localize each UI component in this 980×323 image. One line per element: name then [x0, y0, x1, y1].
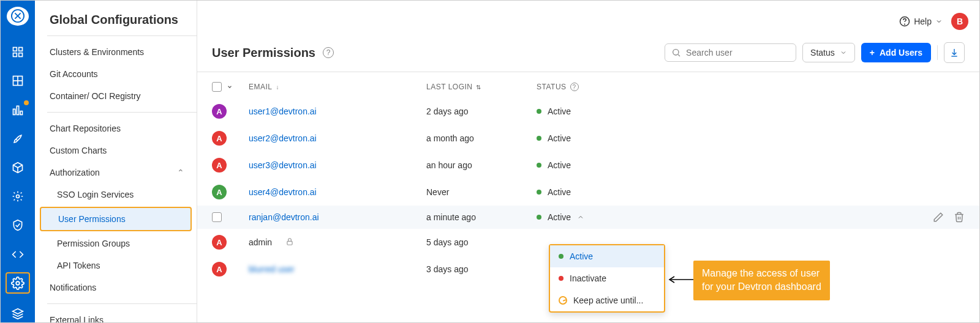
help-label: Help — [914, 17, 932, 26]
user-avatar-small: A — [212, 235, 227, 250]
search-input[interactable] — [665, 43, 796, 62]
user-avatar[interactable]: B — [951, 13, 968, 30]
sidebar-item-git[interactable]: Git Accounts — [35, 63, 197, 85]
sidebar-item-permission-groups[interactable]: Permission Groups — [35, 232, 197, 254]
column-email[interactable]: EMAIL↓ — [249, 83, 426, 91]
search-field[interactable] — [686, 48, 793, 58]
rail-settings-icon[interactable] — [8, 188, 28, 205]
sidebar: Global Configurations Clusters & Environ… — [35, 1, 197, 322]
svg-rect-17 — [287, 241, 292, 245]
chevron-down-icon — [840, 49, 847, 56]
user-avatar-small: A — [212, 262, 227, 277]
status-label: Active — [548, 212, 571, 222]
dropdown-item-active[interactable]: Active — [550, 245, 664, 267]
add-users-label: Add Users — [880, 48, 922, 58]
last-login-cell: a minute ago — [426, 212, 537, 222]
sidebar-item-chart-repos[interactable]: Chart Repositories — [35, 117, 197, 139]
last-login-cell: 5 days ago — [426, 237, 537, 247]
arrow-icon — [668, 276, 695, 283]
status-dropdown: Active Inactivate Keep active until... — [549, 244, 665, 313]
table-row[interactable]: Auser2@devtron.aia month agoActive — [197, 125, 979, 152]
svg-point-12 — [16, 281, 20, 285]
svg-rect-4 — [19, 53, 23, 57]
dropdown-item-inactivate[interactable]: Inactivate — [550, 267, 664, 289]
rail-apps-icon[interactable] — [8, 44, 28, 61]
status-dot-icon — [537, 190, 541, 195]
user-email-link[interactable]: user3@devtron.ai — [249, 160, 317, 170]
select-all-checkbox[interactable] — [212, 82, 222, 92]
rail-gear-icon[interactable] — [6, 272, 30, 294]
app-logo[interactable] — [7, 7, 29, 26]
row-checkbox[interactable] — [212, 212, 222, 222]
user-email-link[interactable]: ranjan@devtron.ai — [249, 212, 319, 222]
dropdown-item-keep-active[interactable]: Keep active until... — [550, 289, 664, 311]
user-email: admin — [249, 237, 272, 247]
user-email-link[interactable]: user4@devtron.ai — [249, 187, 317, 197]
sort-arrow-down-icon: ↓ — [276, 84, 280, 91]
status-cell[interactable]: Active — [537, 133, 696, 143]
divider — [937, 45, 938, 60]
icon-rail — [1, 1, 35, 322]
sidebar-item-clusters[interactable]: Clusters & Environments — [35, 41, 197, 63]
rail-code-icon[interactable] — [8, 246, 28, 262]
status-cell[interactable]: Active — [537, 106, 696, 116]
help-circle-icon — [899, 16, 910, 27]
sidebar-item-api-tokens[interactable]: API Tokens — [35, 254, 197, 277]
dropdown-label: Inactivate — [570, 273, 606, 283]
status-label: Active — [548, 187, 571, 197]
column-last-login[interactable]: LAST LOGIN⇅ — [426, 83, 537, 91]
plus-icon: + — [870, 48, 875, 58]
rail-cube-icon[interactable] — [8, 159, 28, 176]
last-login-cell: Never — [426, 187, 537, 197]
status-cell[interactable]: Active — [537, 212, 696, 222]
user-email-link[interactable]: user2@devtron.ai — [249, 133, 317, 143]
chevron-down-icon[interactable] — [227, 84, 233, 90]
rail-shield-icon[interactable] — [8, 217, 28, 234]
rail-layers-icon[interactable] — [8, 306, 28, 322]
sidebar-item-registry[interactable]: Container/ OCI Registry — [35, 85, 197, 107]
sidebar-item-custom-charts[interactable]: Custom Charts — [35, 139, 197, 162]
rail-chart-icon[interactable] — [8, 102, 28, 118]
search-icon — [671, 48, 681, 58]
add-users-button[interactable]: + Add Users — [861, 43, 931, 62]
sidebar-item-authorization[interactable]: Authorization⌃ — [35, 162, 197, 184]
status-cell[interactable]: Active — [537, 160, 696, 170]
svg-rect-3 — [13, 53, 17, 57]
help-menu[interactable]: Help — [899, 16, 943, 27]
svg-point-11 — [17, 195, 20, 198]
svg-rect-2 — [19, 48, 23, 51]
svg-point-14 — [673, 50, 679, 55]
help-icon[interactable]: ? — [323, 47, 334, 58]
table-row[interactable]: Auser3@devtron.aian hour agoActive — [197, 152, 979, 179]
last-login-cell: 2 days ago — [426, 106, 537, 116]
sidebar-item-user-permissions[interactable]: User Permissions — [40, 207, 192, 231]
edit-icon[interactable] — [933, 212, 944, 223]
download-button[interactable] — [944, 42, 965, 63]
sidebar-item-sso[interactable]: SSO Login Services — [35, 184, 197, 206]
last-login-cell: 3 days ago — [426, 264, 537, 274]
green-dot-icon — [559, 254, 564, 259]
column-status[interactable]: STATUS? — [537, 83, 696, 91]
svg-point-19 — [905, 24, 905, 24]
sidebar-item-external-links[interactable]: External Links — [35, 309, 197, 323]
status-dot-icon — [537, 215, 541, 220]
table-header: EMAIL↓ LAST LOGIN⇅ STATUS? — [197, 72, 979, 98]
status-filter[interactable]: Status — [802, 43, 855, 62]
page-header-title: Global Configurations — [35, 1, 197, 35]
rail-grid-icon[interactable] — [8, 73, 28, 89]
info-icon[interactable]: ? — [570, 83, 579, 91]
sidebar-item-notifications[interactable]: Notifications — [35, 277, 197, 299]
last-login-cell: an hour ago — [426, 160, 537, 170]
chevron-up-icon: ⌃ — [177, 168, 184, 177]
status-cell[interactable]: Active — [537, 187, 696, 197]
delete-icon[interactable] — [954, 212, 965, 223]
table-row[interactable]: ranjan@devtron.aia minute agoActive — [197, 206, 979, 229]
table-row[interactable]: Auser4@devtron.aiNeverActive — [197, 179, 979, 206]
sidebar-nav: Clusters & Environments Git Accounts Con… — [35, 36, 197, 112]
svg-rect-8 — [13, 109, 15, 114]
clock-icon — [559, 296, 567, 305]
user-email-link[interactable]: user1@devtron.ai — [249, 106, 317, 116]
table-row[interactable]: Auser1@devtron.ai2 days agoActive — [197, 98, 979, 125]
rail-rocket-icon[interactable] — [8, 130, 28, 147]
dropdown-label: Keep active until... — [573, 295, 643, 305]
